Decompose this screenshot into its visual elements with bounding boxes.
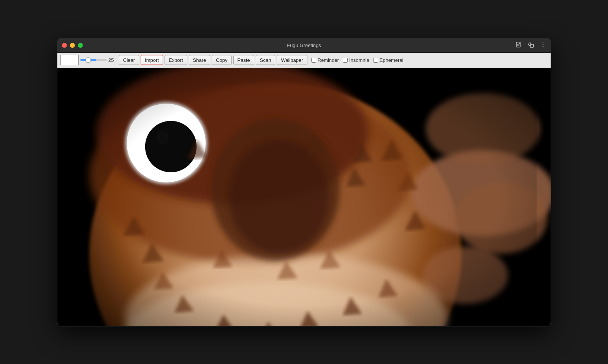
maximize-button[interactable] [78,43,83,48]
slider-value: 25 [108,57,116,63]
titlebar-icons [516,42,546,49]
copy-button[interactable]: Copy [212,55,231,65]
scan-button[interactable]: Scan [256,55,276,65]
ephemeral-checkbox[interactable] [373,58,378,63]
checkbox-group: Reminder Insomnia Ephemeral [311,57,404,63]
ephemeral-label-text: Ephemeral [380,57,404,63]
canvas-area[interactable] [57,68,551,326]
puzzle-icon[interactable] [528,42,534,49]
brush-size-slider[interactable] [80,59,107,61]
clear-button[interactable]: Clear [119,55,139,65]
svg-point-5 [543,44,544,45]
toolbar: 25 Clear Import Export Share Copy Paste … [57,53,551,68]
wallpaper-button[interactable]: Wallpaper [277,55,307,65]
window-title: Fugu Greetings [287,43,321,48]
insomnia-label[interactable]: Insomnia [343,57,369,63]
share-button[interactable]: Share [189,55,211,65]
svg-point-4 [543,42,544,43]
canvas-preview [60,55,79,65]
export-button[interactable]: Export [165,55,187,65]
insomnia-label-text: Insomnia [349,57,369,63]
svg-rect-43 [71,68,537,326]
document-icon[interactable] [516,42,522,49]
slider-container: 25 [80,57,116,63]
more-icon[interactable] [540,42,546,49]
svg-rect-44 [71,68,93,96]
svg-point-6 [543,46,544,47]
traffic-lights [62,43,83,48]
minimize-button[interactable] [70,43,75,48]
drawing-canvas[interactable] [57,68,551,326]
paste-button[interactable]: Paste [233,55,254,65]
app-window: Fugu Greetings [57,38,551,326]
reminder-label[interactable]: Reminder [311,57,339,63]
titlebar: Fugu Greetings [57,38,551,53]
close-button[interactable] [62,43,67,48]
ephemeral-label[interactable]: Ephemeral [373,57,404,63]
svg-rect-45 [515,68,537,96]
reminder-checkbox[interactable] [311,58,316,63]
reminder-label-text: Reminder [318,57,339,63]
insomnia-checkbox[interactable] [343,58,348,63]
import-button[interactable]: Import [141,55,163,65]
